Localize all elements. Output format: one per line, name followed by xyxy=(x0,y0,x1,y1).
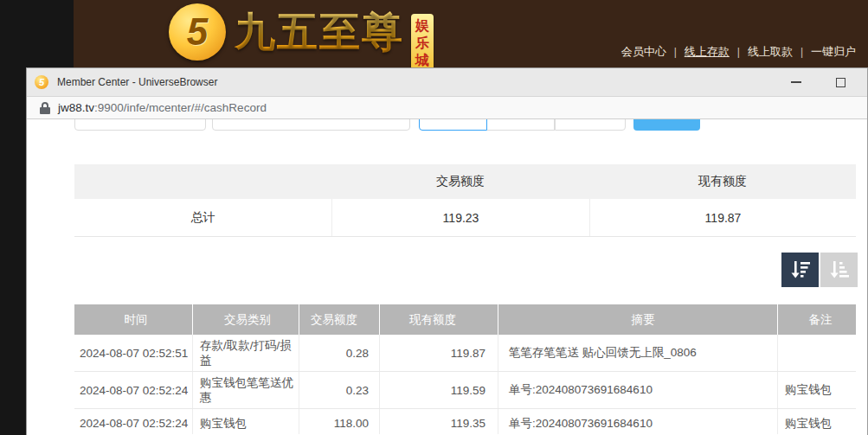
cell-type: 购宝钱包 xyxy=(193,409,299,434)
header-type: 交易类别 xyxy=(193,304,299,335)
summary-header-balance: 现有额度 xyxy=(589,174,856,189)
banner-nav: 会员中心 | 线上存款 | 线上取款 | 一键归户 xyxy=(621,44,856,60)
site-banner: 5 九五至尊 娱 乐 城 会员中心 | 线上存款 | 线上取款 | 一键归户 xyxy=(74,0,868,67)
summary-transaction-value: 119.23 xyxy=(331,199,589,236)
record-header-row: 时间 交易类别 交易额度 现有额度 摘要 备注 xyxy=(74,304,856,335)
header-amount: 交易额度 xyxy=(299,304,380,335)
cell-time: 2024-08-07 02:52:51 xyxy=(74,335,193,371)
table-row: 2024-08-07 02:52:51 存款/取款/打码/损益 0.28 119… xyxy=(74,335,856,372)
nav-online-deposit[interactable]: 线上存款 xyxy=(685,44,730,60)
summary-total-label: 总计 xyxy=(74,210,331,226)
site-logo: 5 九五至尊 娱 乐 城 xyxy=(169,3,434,74)
badge-char: 城 xyxy=(415,53,429,68)
page-content: 交易额度 现有额度 总计 119.23 119.87 xyxy=(27,119,867,434)
filter-tab-2[interactable] xyxy=(487,119,555,131)
cell-type: 存款/取款/打码/损益 xyxy=(193,335,299,371)
badge-char: 娱 xyxy=(415,18,429,34)
header-balance: 现有额度 xyxy=(380,304,498,335)
header-time: 时间 xyxy=(74,304,193,335)
table-row: 2024-08-07 02:52:24 购宝钱包笔笔送优惠 0.23 119.5… xyxy=(74,372,856,409)
logo-title: 九五至尊 xyxy=(235,3,404,61)
cell-amount: 118.00 xyxy=(299,409,380,434)
filter-input-start[interactable] xyxy=(74,119,206,131)
cell-note xyxy=(778,335,856,371)
nav-one-key-transfer[interactable]: 一键归户 xyxy=(811,44,856,60)
cell-amount: 0.28 xyxy=(299,335,380,371)
maximize-icon xyxy=(836,78,845,87)
browser-urlbar[interactable]: jw88.tv:9900/infe/mcenter/#/cashRecord xyxy=(27,96,867,119)
sort-ascending-button[interactable] xyxy=(820,253,858,287)
cell-balance: 119.35 xyxy=(380,409,498,434)
cell-amount: 0.23 xyxy=(299,372,380,408)
badge-char: 乐 xyxy=(415,35,429,51)
cell-summary: 笔笔存笔笔送 贴心回馈无上限_0806 xyxy=(498,335,778,371)
filter-input-range[interactable] xyxy=(212,119,410,131)
cell-summary: 单号:202408073691684610 xyxy=(498,409,778,434)
minimize-icon xyxy=(791,81,801,83)
cell-type: 购宝钱包笔笔送优惠 xyxy=(193,372,299,408)
cell-balance: 119.87 xyxy=(380,335,498,371)
browser-favicon-icon: 5 xyxy=(35,75,48,89)
header-note: 备注 xyxy=(778,304,856,335)
cell-note: 购宝钱包 xyxy=(778,372,856,408)
filter-tab-active[interactable] xyxy=(419,119,487,131)
logo-badge: 娱 乐 城 xyxy=(411,14,434,74)
table-row: 2024-08-07 02:52:24 购宝钱包 118.00 119.35 单… xyxy=(74,409,856,434)
header-summary: 摘要 xyxy=(498,304,778,335)
summary-header-transaction: 交易额度 xyxy=(331,174,589,189)
sort-ascending-icon xyxy=(828,259,851,281)
search-button[interactable] xyxy=(633,119,700,131)
cell-time: 2024-08-07 02:52:24 xyxy=(74,372,193,408)
nav-member-center[interactable]: 会员中心 xyxy=(621,44,666,60)
window-title: Member Center - UniverseBrowser xyxy=(57,76,217,88)
summary-balance-value: 119.87 xyxy=(589,199,856,236)
nav-separator: | xyxy=(800,46,803,58)
sort-descending-icon xyxy=(789,259,812,281)
sort-descending-button[interactable] xyxy=(781,253,819,287)
logo-coin-icon: 5 xyxy=(169,3,226,61)
cash-record-table: 时间 交易类别 交易额度 现有额度 摘要 备注 2024-08-07 02:52… xyxy=(74,304,856,434)
maximize-button[interactable] xyxy=(821,68,860,96)
minimize-button[interactable] xyxy=(776,68,815,96)
browser-window: 5 Member Center - UniverseBrowser jw88.t… xyxy=(26,67,868,435)
sort-controls xyxy=(781,253,858,287)
cell-note: 购宝钱包 xyxy=(778,409,856,434)
summary-total-row: 总计 119.23 119.87 xyxy=(74,199,856,237)
nav-separator: | xyxy=(737,46,740,58)
summary-table: 交易额度 现有额度 总计 119.23 119.87 xyxy=(74,164,856,237)
cell-balance: 119.59 xyxy=(380,372,498,408)
lock-icon xyxy=(40,102,50,114)
nav-separator: | xyxy=(674,46,677,58)
summary-header-row: 交易额度 现有额度 xyxy=(74,164,856,199)
cell-summary: 单号:202408073691684610 xyxy=(498,372,778,408)
filter-row xyxy=(27,119,867,131)
browser-titlebar[interactable]: 5 Member Center - UniverseBrowser xyxy=(27,68,867,96)
url-path: :9900/infe/mcenter/#/cashRecord xyxy=(94,101,267,114)
url-text[interactable]: jw88.tv:9900/infe/mcenter/#/cashRecord xyxy=(58,101,267,114)
cell-time: 2024-08-07 02:52:24 xyxy=(74,409,193,434)
nav-online-withdraw[interactable]: 线上取款 xyxy=(748,44,793,60)
filter-tab-3[interactable] xyxy=(555,119,626,131)
url-domain: jw88.tv xyxy=(58,101,94,114)
